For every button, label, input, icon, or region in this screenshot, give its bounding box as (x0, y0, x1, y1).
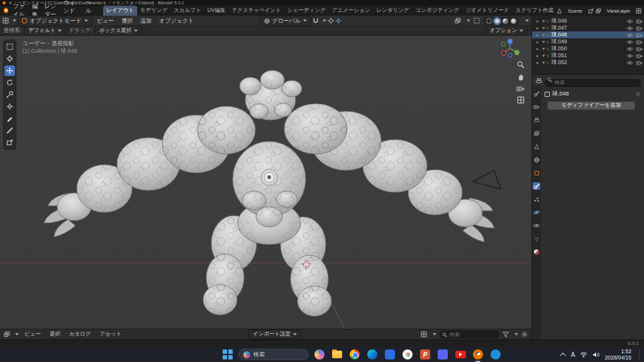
editor-type-icon[interactable] (4, 331, 10, 337)
tool-add-cube[interactable] (4, 137, 15, 148)
tab-compositing[interactable]: コンポジティング (413, 6, 463, 16)
tab-output-icon[interactable] (533, 116, 540, 124)
expand-arrow-icon[interactable]: ▸ (536, 33, 541, 38)
pin-icon[interactable]: ◎ (636, 91, 640, 97)
outliner-row[interactable]: ▸ ▼ ▽ 球.050 (532, 45, 644, 52)
shading-material-icon[interactable] (502, 18, 508, 24)
hide-eye-icon[interactable] (626, 33, 633, 38)
render-visibility-icon[interactable] (636, 53, 643, 58)
add-modifier-button[interactable]: モディファイアーを追加 (547, 101, 635, 110)
outliner-row[interactable]: ▸ ▼ ▽ 球.049 (532, 38, 644, 45)
import-settings-dropdown[interactable]: インポート設定 (248, 329, 301, 339)
menu-object[interactable]: オブジェクト (156, 16, 197, 26)
menu-select[interactable]: 選択 (118, 16, 136, 26)
tab-material-icon[interactable] (533, 248, 540, 256)
expand-arrow-icon[interactable]: ▸ (536, 19, 541, 24)
render-visibility-icon[interactable] (636, 19, 643, 24)
tab-physics-icon[interactable] (533, 209, 540, 216)
blender-icon[interactable] (472, 348, 484, 361)
tab-geometry-nodes[interactable]: ジオメトリノード (462, 6, 512, 16)
tab-object-data-icon[interactable]: ▽ (533, 235, 540, 243)
tab-object-icon[interactable] (533, 169, 540, 177)
properties-search-input[interactable] (545, 79, 641, 87)
file-explorer-icon[interactable] (331, 348, 343, 361)
expand-arrow-icon[interactable]: ▸ (536, 26, 541, 31)
options-dropdown[interactable]: オプション (486, 26, 528, 36)
camera-view-icon[interactable] (516, 85, 525, 92)
gizmo-toggle-icon[interactable] (335, 18, 341, 24)
tool-annotate[interactable] (4, 113, 15, 124)
overlays-toggle-icon[interactable] (455, 18, 461, 24)
render-visibility-icon[interactable] (636, 47, 643, 52)
mode-dropdown[interactable]: オブジェクトモード (18, 16, 92, 26)
tab-constraints-icon[interactable] (533, 222, 540, 229)
outliner-row[interactable]: ▸ ▼ ▽ 球.047 (532, 25, 644, 31)
tab-modifiers-icon[interactable] (533, 182, 540, 190)
shading-rendered-icon[interactable] (511, 18, 516, 24)
asset-menu-view[interactable]: ビュー (21, 330, 44, 339)
app-blue-circle-icon[interactable] (489, 348, 502, 361)
volume-icon[interactable] (592, 352, 599, 358)
hide-eye-icon[interactable] (626, 40, 633, 45)
new-scene-icon[interactable] (588, 8, 594, 14)
app-purple-icon[interactable] (436, 348, 449, 361)
tab-sculpting[interactable]: スカルプト (170, 6, 204, 16)
filter-funnel-icon[interactable] (502, 331, 509, 337)
shading-wireframe-icon[interactable] (486, 18, 492, 24)
tool-scale[interactable] (4, 89, 15, 100)
viewport-3d[interactable]: ユーザー・透視投影 (1) Collection | 球.048 (0, 36, 531, 329)
wifi-icon[interactable] (580, 352, 587, 358)
object-name[interactable]: 球.052 (551, 59, 567, 67)
outliner-row[interactable]: ▸ ▼ ▽ 球.046 (532, 18, 644, 25)
xray-toggle-icon[interactable] (474, 18, 480, 24)
tool-select-box[interactable] (4, 41, 15, 52)
tab-particles-icon[interactable] (533, 195, 540, 203)
menu-add[interactable]: 追加 (137, 16, 155, 26)
proportional-edit-icon[interactable] (328, 18, 334, 24)
tab-scene-icon[interactable] (533, 143, 540, 150)
app-blue-icon[interactable] (384, 348, 396, 361)
outliner-row-selected[interactable]: ▸ ▼ ▽ 球.048 (532, 31, 644, 38)
tool-rotate[interactable] (4, 77, 15, 88)
expand-arrow-icon[interactable]: ▸ (536, 53, 541, 58)
display-mode-icon[interactable] (421, 331, 427, 337)
blender-menu-icon[interactable] (3, 8, 8, 14)
ime-indicator[interactable]: A (571, 351, 575, 358)
snap-magnet-icon[interactable] (313, 18, 319, 24)
coord-system-dropdown[interactable]: デフォルト (24, 26, 67, 36)
transform-orientation-dropdown[interactable]: グローバル (260, 16, 311, 26)
hide-eye-icon[interactable] (626, 19, 633, 24)
tab-world-icon[interactable] (533, 156, 540, 163)
render-visibility-icon[interactable] (636, 33, 643, 38)
tab-rendering[interactable]: レンダリング (373, 6, 412, 16)
navigation-gizmo[interactable] (499, 37, 521, 58)
hide-eye-icon[interactable] (626, 53, 633, 58)
view-layer-field[interactable]: ViewLayer (603, 7, 634, 14)
properties-editor-icon[interactable] (536, 78, 542, 84)
outliner-row[interactable]: ▸ ▼ ▽ 球.051 (532, 52, 644, 59)
render-visibility-icon[interactable] (636, 40, 643, 45)
powerpoint-icon[interactable]: P (419, 348, 431, 361)
drag-mode-dropdown[interactable]: ボックス選択 (95, 26, 143, 36)
tab-render-icon[interactable] (533, 103, 540, 111)
tab-scripting[interactable]: スクリプト作成 (513, 6, 557, 16)
show-desktop-button[interactable] (639, 349, 640, 360)
hide-eye-icon[interactable] (626, 26, 633, 31)
tab-tool-icon[interactable] (533, 90, 540, 97)
expand-arrow-icon[interactable]: ▸ (536, 60, 541, 65)
shading-solid-icon[interactable] (494, 18, 500, 24)
asset-search-input[interactable] (440, 331, 499, 338)
tab-texture-paint[interactable]: テクスチャペイント (229, 6, 284, 16)
render-visibility-icon[interactable] (636, 26, 643, 31)
youtube-icon[interactable] (454, 348, 467, 361)
edge-icon[interactable] (366, 348, 379, 361)
start-button[interactable] (221, 348, 234, 361)
expand-arrow-icon[interactable]: ▸ (536, 47, 541, 52)
tab-uv-editing[interactable]: UV編集 (204, 6, 229, 16)
photos-icon[interactable] (401, 348, 414, 361)
new-view-layer-icon[interactable] (636, 8, 641, 14)
tray-expand-icon[interactable] (560, 352, 566, 358)
zoom-icon[interactable] (517, 61, 525, 69)
monster-model[interactable] (0, 36, 531, 329)
settings-gear-icon[interactable] (521, 331, 528, 337)
